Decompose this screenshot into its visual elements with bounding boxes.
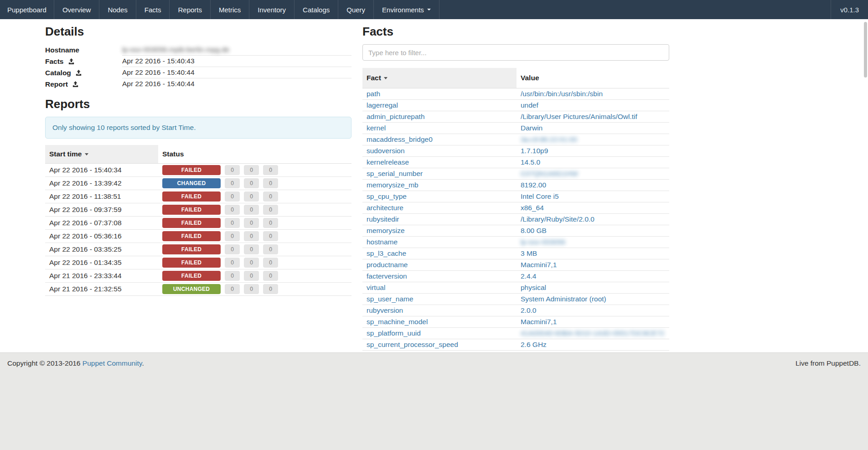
report-row[interactable]: Apr 22 2016 - 11:38:51FAILED000 bbox=[45, 190, 351, 203]
fact-name-link[interactable]: memorysize_mb bbox=[367, 181, 418, 189]
nav-brand[interactable]: Puppetboard bbox=[0, 0, 54, 19]
fact-name-link[interactable]: macaddress_bridge0 bbox=[367, 135, 433, 143]
fact-name-cell: sudoversion bbox=[362, 145, 517, 157]
fact-value-cell: lp-osx-003056 bbox=[517, 237, 669, 248]
fact-row: sp_l3_cache3 MB bbox=[362, 248, 669, 259]
report-count-pill: 0 bbox=[263, 231, 278, 241]
fact-name-cell: kernel bbox=[362, 123, 517, 134]
fact-name-link[interactable]: sp_user_name bbox=[367, 295, 413, 303]
nav-item-facts[interactable]: Facts bbox=[136, 0, 170, 19]
fact-name-link[interactable]: sp_current_processor_speed bbox=[367, 341, 458, 348]
fact-name-link[interactable]: rubyversion bbox=[367, 306, 403, 314]
fact-value-link[interactable]: System Administrator (root) bbox=[521, 295, 606, 303]
report-count-pill: 0 bbox=[225, 284, 240, 294]
facts-filter-input[interactable] bbox=[362, 44, 669, 61]
fact-row: sp_user_nameSystem Administrator (root) bbox=[362, 294, 669, 305]
report-row[interactable]: Apr 22 2016 - 13:39:42CHANGED000 bbox=[45, 177, 351, 190]
fact-name-link[interactable]: sp_platform_uuid bbox=[367, 329, 421, 337]
fact-value-link[interactable]: 8192.00 bbox=[521, 181, 546, 189]
fact-name-link[interactable]: path bbox=[367, 90, 380, 98]
fact-value-link[interactable]: 3a:c9:86:22:01:00 bbox=[521, 135, 577, 143]
fact-value-cell: 8.00 GB bbox=[517, 225, 669, 237]
fact-row: path/usr/bin:/bin:/usr/sbin:/sbin bbox=[362, 88, 669, 100]
fact-name-link[interactable]: productname bbox=[367, 261, 408, 269]
fact-name-link[interactable]: rubysitedir bbox=[367, 215, 399, 223]
puppet-community-link[interactable]: Puppet Community bbox=[83, 359, 142, 367]
fact-name-link[interactable]: hostname bbox=[367, 238, 398, 246]
fact-value-link[interactable]: 8.00 GB bbox=[521, 227, 547, 234]
report-row[interactable]: Apr 22 2016 - 07:37:08FAILED000 bbox=[45, 217, 351, 230]
report-start-time: Apr 22 2016 - 13:39:42 bbox=[45, 177, 158, 190]
report-row[interactable]: Apr 21 2016 - 21:32:55UNCHANGED000 bbox=[45, 283, 351, 296]
fact-value-link[interactable]: lp-osx-003056 bbox=[521, 238, 565, 246]
report-count-pill: 0 bbox=[244, 218, 259, 228]
report-status-cell: FAILED000 bbox=[158, 269, 351, 283]
fact-row: architecturex86_64 bbox=[362, 202, 669, 214]
report-row[interactable]: Apr 22 2016 - 05:36:16FAILED000 bbox=[45, 230, 351, 243]
upload-icon[interactable] bbox=[72, 81, 78, 87]
fact-value-link[interactable]: 3 MB bbox=[521, 249, 537, 257]
nav-item-query[interactable]: Query bbox=[338, 0, 374, 19]
fact-value-link[interactable]: 2.0.0 bbox=[521, 306, 536, 314]
nav-item-metrics[interactable]: Metrics bbox=[211, 0, 249, 19]
report-row[interactable]: Apr 21 2016 - 23:33:44FAILED000 bbox=[45, 269, 351, 283]
fact-name-link[interactable]: sp_l3_cache bbox=[367, 249, 406, 257]
fact-value-link[interactable]: Darwin bbox=[521, 124, 542, 132]
report-row[interactable]: Apr 22 2016 - 15:40:34FAILED000 bbox=[45, 164, 351, 177]
fact-value-cell: 14.5.0 bbox=[517, 157, 669, 168]
fact-value-cell: /usr/bin:/bin:/usr/sbin:/sbin bbox=[517, 88, 669, 100]
nav-item-overview[interactable]: Overview bbox=[54, 0, 100, 19]
fact-name-link[interactable]: architecture bbox=[367, 204, 403, 212]
fact-name-link[interactable]: sp_machine_model bbox=[367, 318, 428, 326]
fact-value-link[interactable]: /Library/Ruby/Site/2.0.0 bbox=[521, 215, 594, 223]
fact-name-link[interactable]: virtual bbox=[367, 284, 385, 291]
fact-value-link[interactable]: Intel Core i5 bbox=[521, 192, 559, 200]
nav-item-environments[interactable]: Environments bbox=[374, 0, 439, 19]
reports-column-header-start-time[interactable]: Start time bbox=[45, 145, 158, 164]
nav-item-reports[interactable]: Reports bbox=[170, 0, 211, 19]
fact-name-link[interactable]: admin_picturepath bbox=[367, 113, 425, 120]
report-start-time: Apr 22 2016 - 03:35:25 bbox=[45, 243, 158, 256]
report-row[interactable]: Apr 22 2016 - 01:34:35FAILED000 bbox=[45, 256, 351, 269]
facts-column-header-fact[interactable]: Fact bbox=[362, 68, 517, 88]
report-status-badge: FAILED bbox=[162, 231, 221, 241]
facts-column-header-value[interactable]: Value bbox=[517, 68, 669, 88]
report-count-pill: 0 bbox=[225, 231, 240, 241]
fact-value-link[interactable]: C07QN1A6G1HW bbox=[521, 170, 578, 177]
report-status-cell: FAILED000 bbox=[158, 164, 351, 177]
reports-column-header-status[interactable]: Status bbox=[158, 145, 351, 164]
fact-value-cell: System Administrator (root) bbox=[517, 294, 669, 305]
fact-name-link[interactable]: sp_cpu_type bbox=[367, 192, 407, 200]
fact-value-link[interactable]: /usr/bin:/bin:/usr/sbin:/sbin bbox=[521, 90, 603, 98]
fact-value-link[interactable]: 1.7.10p9 bbox=[521, 147, 548, 155]
fact-name-link[interactable]: kernelrelease bbox=[367, 158, 409, 166]
details-title: Details bbox=[45, 25, 351, 38]
report-row[interactable]: Apr 22 2016 - 09:37:59FAILED000 bbox=[45, 203, 351, 217]
fact-value-cell: 41A00040-60BA-5010-1A3D-05517DC9CE72 bbox=[517, 328, 669, 339]
fact-value-link[interactable]: Macmini7,1 bbox=[521, 261, 557, 269]
fact-value-link[interactable]: 2.6 GHz bbox=[521, 341, 547, 348]
nav-item-nodes[interactable]: Nodes bbox=[99, 0, 136, 19]
fact-name-cell: rubysitedir bbox=[362, 214, 517, 225]
report-row[interactable]: Apr 22 2016 - 03:35:25FAILED000 bbox=[45, 243, 351, 256]
fact-name-link[interactable]: kernel bbox=[367, 124, 386, 132]
fact-value-link[interactable]: x86_64 bbox=[521, 204, 544, 212]
reports-column-label-start-time: Start time bbox=[49, 150, 82, 158]
fact-name-link[interactable]: facterversion bbox=[367, 272, 407, 280]
fact-value-link[interactable]: 14.5.0 bbox=[521, 158, 540, 166]
nav-item-catalogs[interactable]: Catalogs bbox=[294, 0, 338, 19]
fact-value-link[interactable]: Macmini7,1 bbox=[521, 318, 557, 326]
fact-name-link[interactable]: sp_serial_number bbox=[367, 170, 423, 177]
fact-value-link[interactable]: undef bbox=[521, 101, 538, 109]
fact-value-link[interactable]: 41A00040-60BA-5010-1A3D-05517DC9CE72 bbox=[521, 329, 664, 337]
fact-name-link[interactable]: memorysize bbox=[367, 227, 405, 234]
vertical-scrollbar-thumb[interactable] bbox=[864, 22, 867, 78]
fact-value-link[interactable]: /Library/User Pictures/Animals/Owl.tif bbox=[521, 113, 637, 120]
upload-icon[interactable] bbox=[68, 58, 74, 64]
fact-value-link[interactable]: physical bbox=[521, 284, 546, 291]
fact-value-link[interactable]: 2.4.4 bbox=[521, 272, 536, 280]
fact-name-link[interactable]: lagerregal bbox=[367, 101, 398, 109]
upload-icon[interactable] bbox=[76, 70, 82, 76]
nav-item-inventory[interactable]: Inventory bbox=[249, 0, 294, 19]
fact-name-link[interactable]: sudoversion bbox=[367, 147, 405, 155]
